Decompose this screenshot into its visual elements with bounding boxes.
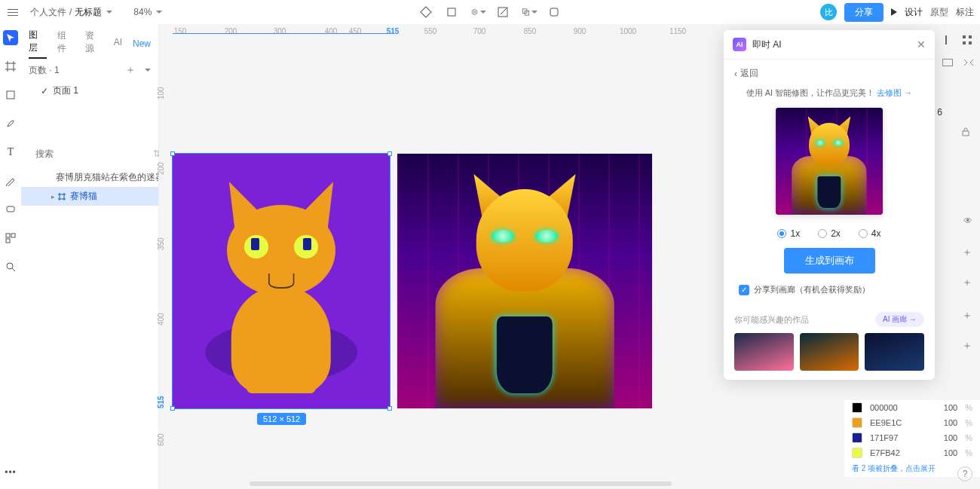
comment-tool[interactable] [3, 202, 18, 217]
svg-point-3 [473, 11, 476, 14]
add-section-button[interactable]: ＋ [962, 246, 972, 259]
generate-button[interactable]: 生成到画布 [784, 248, 875, 274]
color-row[interactable]: 000000100% [844, 400, 980, 415]
preview-play-button[interactable] [891, 8, 897, 16]
layer-row-cybercat[interactable]: ▸ 赛博猫 [21, 187, 158, 206]
layer-label: 赛博猫 [70, 190, 97, 203]
tab-annotate[interactable]: 标注 [956, 6, 974, 19]
align-icon[interactable] [939, 33, 953, 47]
pen-tool[interactable] [3, 116, 18, 131]
svg-rect-16 [945, 35, 947, 44]
more-tools[interactable]: ••• [3, 465, 18, 480]
diamond-icon[interactable] [419, 5, 433, 19]
resize-handle[interactable] [387, 151, 392, 156]
text-tool[interactable]: T [3, 145, 18, 160]
ai-retouch-link[interactable]: 去修图 → [877, 88, 912, 97]
ai-description: 使用 AI 智能修图，让作品更完美！ 去修图 → [724, 87, 935, 99]
color-row[interactable]: 171F97100% [844, 430, 980, 445]
tab-design[interactable]: 设计 [905, 6, 923, 19]
top-toolbar [419, 5, 561, 19]
tab-prototype[interactable]: 原型 [930, 6, 948, 19]
layer-row-cybercat-image[interactable]: 赛博朋克猫站在紫色的迷雾中… [21, 168, 158, 187]
color-swatch [852, 417, 862, 428]
tab-layers[interactable]: 图层 [29, 29, 47, 59]
expand-icon[interactable] [963, 59, 974, 66]
resize-handle[interactable] [387, 406, 392, 411]
file-title[interactable]: 无标题 [75, 6, 102, 19]
cyber-chest [497, 316, 553, 393]
caret-right-icon[interactable]: ▸ [51, 193, 55, 200]
close-button[interactable]: ✕ [917, 38, 926, 50]
selection-size-badge: 512 × 512 [257, 413, 306, 425]
pages-header[interactable]: 页数 · 1 ＋ [21, 59, 158, 81]
layer-search[interactable]: ⇅ [27, 145, 152, 162]
chevron-down-icon[interactable] [143, 68, 151, 72]
horizontal-scrollbar[interactable] [250, 481, 672, 486]
suggestion-thumb[interactable] [800, 333, 859, 371]
help-button[interactable]: ? [957, 466, 972, 481]
menu-button[interactable] [6, 5, 20, 19]
frame-tool[interactable] [3, 59, 18, 74]
back-button[interactable]: ‹ 返回 [724, 60, 935, 87]
zoom-control[interactable]: 84% [133, 7, 162, 17]
suggestion-thumb[interactable] [734, 333, 794, 371]
pencil-tool[interactable] [3, 173, 18, 188]
svg-point-13 [7, 263, 13, 269]
crop-icon[interactable] [445, 5, 458, 19]
add-page-button[interactable]: ＋ [125, 63, 136, 77]
ai-logo-icon: AI [733, 38, 746, 51]
breadcrumb-folder[interactable]: 个人文件 [30, 6, 66, 19]
frame-cyber-cat[interactable] [397, 154, 652, 408]
checkbox-checked-icon: ✓ [739, 285, 749, 295]
resize-handle[interactable] [170, 151, 175, 156]
svg-rect-17 [963, 35, 966, 38]
inspector-row [942, 59, 974, 66]
svg-point-2 [472, 10, 477, 15]
left-panel: 图层 组件 资源 AI New 页数 · 1 ＋ ✓ 页面 1 ⇅ 赛博朋克猫站… [21, 24, 159, 489]
boolean-icon[interactable] [522, 5, 535, 19]
move-tool[interactable] [3, 30, 18, 45]
layer-label: 赛博朋克猫站在紫色的迷雾中… [56, 171, 158, 184]
lock-icon[interactable] [960, 127, 971, 137]
search-tool[interactable] [3, 259, 18, 274]
svg-rect-9 [7, 206, 14, 212]
user-badge[interactable]: 比 [820, 4, 837, 20]
radio-1x[interactable]: 1x [777, 228, 800, 239]
widgets-tool[interactable] [3, 231, 18, 246]
suggestion-thumb[interactable] [865, 333, 924, 371]
share-gallery-option[interactable]: ✓ 分享到画廊（有机会获得奖励） [724, 274, 935, 306]
svg-rect-19 [963, 41, 966, 44]
add-section-button[interactable]: ＋ [962, 309, 972, 322]
grid-icon[interactable] [960, 33, 974, 47]
edit-icon[interactable] [496, 5, 510, 19]
radio-icon [777, 229, 786, 238]
tab-ai[interactable]: AI [114, 37, 122, 50]
suggestions-header: 你可能感兴趣的作品 AI 画廊 → [724, 306, 935, 333]
radio-2x[interactable]: 2x [818, 228, 841, 239]
suggestions-label: 你可能感兴趣的作品 [734, 314, 809, 325]
tab-components[interactable]: 组件 [57, 29, 75, 58]
cat-leg [244, 342, 268, 393]
component-icon[interactable] [547, 5, 561, 19]
add-section-button[interactable]: ＋ [962, 339, 972, 353]
color-row[interactable]: EE9E1C100% [844, 415, 980, 430]
check-icon: ✓ [41, 86, 48, 96]
cat-pupil [303, 238, 312, 251]
rect-icon[interactable] [942, 59, 953, 66]
share-button[interactable]: 分享 [844, 3, 884, 22]
resize-handle[interactable] [170, 406, 175, 411]
frame-cartoon-cat[interactable] [173, 154, 390, 408]
search-input[interactable] [35, 148, 149, 159]
svg-rect-18 [969, 35, 972, 38]
color-row[interactable]: E7FB42100% [844, 445, 980, 460]
radio-4x[interactable]: 4x [859, 228, 881, 239]
page-item[interactable]: ✓ 页面 1 [21, 81, 158, 100]
tab-assets[interactable]: 资源 [85, 29, 103, 58]
eye-icon[interactable]: 👁 [963, 215, 972, 226]
radio-icon [818, 229, 827, 238]
ring-icon[interactable] [470, 5, 484, 19]
title-dropdown-icon[interactable] [105, 10, 112, 14]
add-section-button[interactable]: ＋ [962, 276, 972, 289]
ai-gallery-button[interactable]: AI 画廊 → [875, 312, 924, 327]
rectangle-tool[interactable] [3, 87, 18, 102]
